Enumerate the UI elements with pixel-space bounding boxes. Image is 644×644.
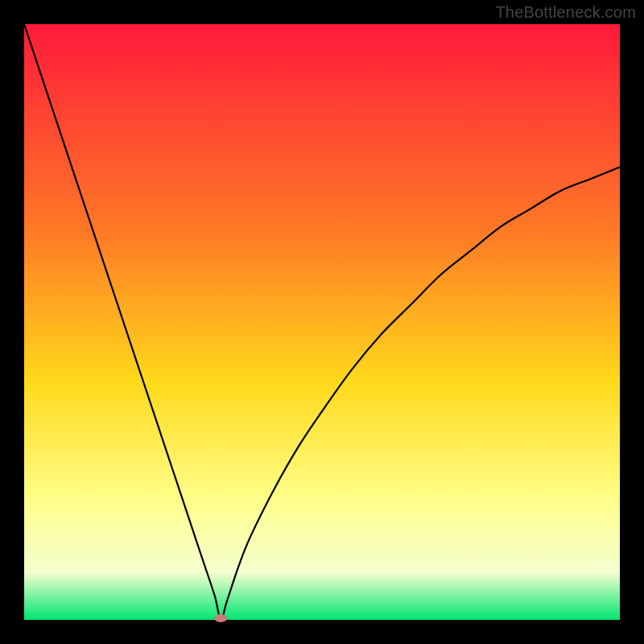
watermark-text: TheBottleneck.com [495,3,636,22]
optimum-marker [214,614,227,622]
bottleneck-chart [0,0,644,644]
chart-frame: TheBottleneck.com [0,0,644,644]
gradient-background [24,24,620,620]
